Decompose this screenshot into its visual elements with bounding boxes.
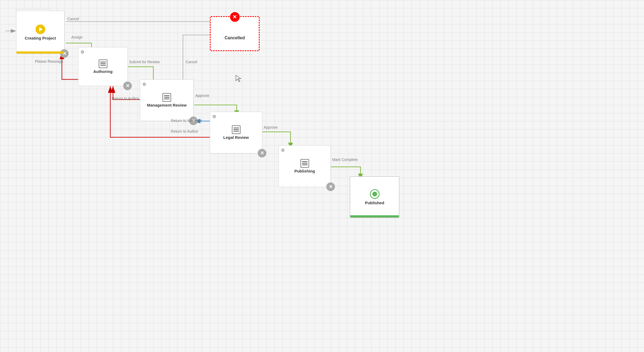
node-creating-project[interactable]: Creating Project ✕ xyxy=(16,11,65,54)
node-publishing[interactable]: ⚙ Publishing ✕ xyxy=(278,145,331,187)
label-please-reassign: Please Reassign xyxy=(35,59,63,64)
node-management-review[interactable]: ⚙ Management Review ✕ xyxy=(140,79,194,121)
publishing-task-icon xyxy=(300,159,309,168)
label-return-to-author-mgmt: Return to Author xyxy=(112,96,139,101)
node-published[interactable]: Published xyxy=(350,176,399,218)
node-authoring[interactable]: ⚙ Authoring ✕ xyxy=(78,47,128,86)
label-cancel-top: Cancel xyxy=(67,17,79,21)
start-icon xyxy=(36,24,45,34)
label-assign: Assign xyxy=(71,35,83,39)
published-status-bar xyxy=(350,215,399,217)
node-cancelled-label: Cancelled xyxy=(225,36,245,40)
node-legal-review-label: Legal Review xyxy=(223,135,249,140)
node-publishing-delete[interactable]: ✕ xyxy=(326,182,335,191)
node-creating-project-delete[interactable]: ✕ xyxy=(60,49,69,58)
mgmt-review-gear-icon[interactable]: ⚙ xyxy=(142,82,146,87)
node-legal-review[interactable]: ⚙ Legal Review ✕ xyxy=(210,112,262,153)
creating-project-status-bar xyxy=(16,51,64,54)
node-authoring-label: Authoring xyxy=(93,69,113,74)
node-authoring-delete[interactable]: ✕ xyxy=(123,82,132,90)
mouse-cursor xyxy=(235,75,242,83)
cancelled-x-icon: ✕ xyxy=(230,12,240,22)
authoring-gear-icon[interactable]: ⚙ xyxy=(80,50,84,55)
legal-review-task-icon xyxy=(232,125,240,134)
label-mark-complete: Mark Complete xyxy=(332,157,358,162)
node-creating-project-label: Creating Project xyxy=(25,36,56,40)
node-cancelled[interactable]: ✕ Cancelled xyxy=(210,16,260,51)
authoring-task-icon xyxy=(99,59,107,68)
svg-marker-6 xyxy=(236,75,241,82)
node-published-label: Published xyxy=(365,200,384,205)
node-legal-review-delete[interactable]: ✕ xyxy=(258,149,266,157)
label-submit-for-review: Submit for Review xyxy=(129,60,160,64)
publishing-gear-icon[interactable]: ⚙ xyxy=(281,148,285,153)
end-icon xyxy=(370,189,380,199)
node-management-review-label: Management Review xyxy=(147,103,187,107)
mgmt-review-task-icon xyxy=(162,93,171,102)
label-return-to-author-legal: Return to Author xyxy=(171,129,198,133)
label-return-to-manager: Return to Manager xyxy=(171,118,202,123)
label-cancel-mid: Cancel xyxy=(186,60,197,64)
legal-review-gear-icon[interactable]: ⚙ xyxy=(212,114,216,119)
node-publishing-label: Publishing xyxy=(294,169,315,173)
workflow-canvas[interactable]: Save & Continue Creating Project ✕ ⚙ Aut… xyxy=(0,0,644,352)
label-approve-legal: Approve xyxy=(264,125,278,129)
label-approve-mgmt: Approve xyxy=(195,93,209,98)
